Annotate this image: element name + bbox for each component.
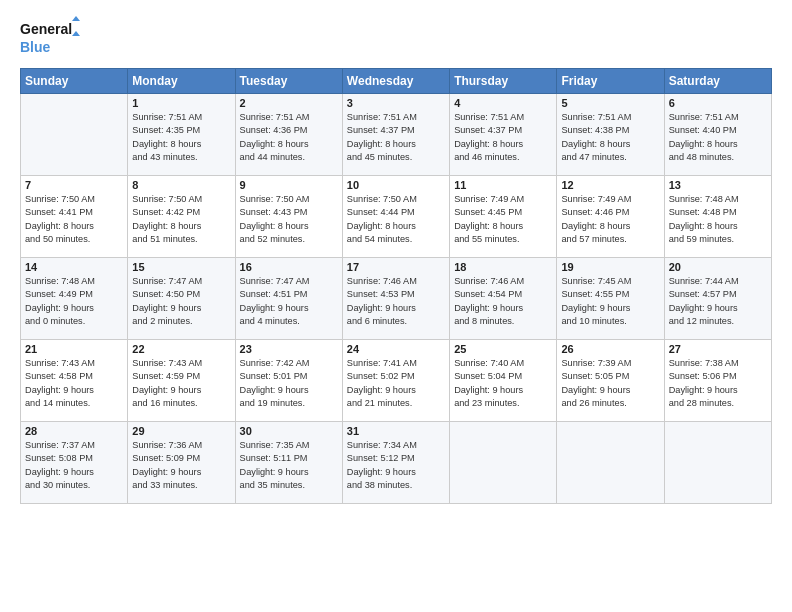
day-info: Sunrise: 7:51 AM Sunset: 4:36 PM Dayligh… [240,111,338,164]
day-number: 24 [347,343,445,355]
day-info: Sunrise: 7:45 AM Sunset: 4:55 PM Dayligh… [561,275,659,328]
calendar-cell: 6Sunrise: 7:51 AM Sunset: 4:40 PM Daylig… [664,94,771,176]
day-info: Sunrise: 7:50 AM Sunset: 4:41 PM Dayligh… [25,193,123,246]
weekday-header: Wednesday [342,69,449,94]
calendar-cell: 2Sunrise: 7:51 AM Sunset: 4:36 PM Daylig… [235,94,342,176]
day-info: Sunrise: 7:51 AM Sunset: 4:37 PM Dayligh… [454,111,552,164]
calendar-cell: 12Sunrise: 7:49 AM Sunset: 4:46 PM Dayli… [557,176,664,258]
day-number: 28 [25,425,123,437]
day-number: 18 [454,261,552,273]
day-info: Sunrise: 7:34 AM Sunset: 5:12 PM Dayligh… [347,439,445,492]
calendar-week-row: 28Sunrise: 7:37 AM Sunset: 5:08 PM Dayli… [21,422,772,504]
calendar-cell [664,422,771,504]
day-info: Sunrise: 7:49 AM Sunset: 4:45 PM Dayligh… [454,193,552,246]
calendar-cell [450,422,557,504]
calendar-cell: 7Sunrise: 7:50 AM Sunset: 4:41 PM Daylig… [21,176,128,258]
day-info: Sunrise: 7:43 AM Sunset: 4:58 PM Dayligh… [25,357,123,410]
day-info: Sunrise: 7:42 AM Sunset: 5:01 PM Dayligh… [240,357,338,410]
weekday-header: Saturday [664,69,771,94]
day-info: Sunrise: 7:51 AM Sunset: 4:37 PM Dayligh… [347,111,445,164]
svg-text:Blue: Blue [20,39,51,55]
day-info: Sunrise: 7:43 AM Sunset: 4:59 PM Dayligh… [132,357,230,410]
calendar-week-row: 1Sunrise: 7:51 AM Sunset: 4:35 PM Daylig… [21,94,772,176]
day-number: 5 [561,97,659,109]
day-info: Sunrise: 7:38 AM Sunset: 5:06 PM Dayligh… [669,357,767,410]
calendar-cell: 14Sunrise: 7:48 AM Sunset: 4:49 PM Dayli… [21,258,128,340]
day-info: Sunrise: 7:46 AM Sunset: 4:53 PM Dayligh… [347,275,445,328]
calendar-table: SundayMondayTuesdayWednesdayThursdayFrid… [20,68,772,504]
day-number: 10 [347,179,445,191]
calendar-cell: 10Sunrise: 7:50 AM Sunset: 4:44 PM Dayli… [342,176,449,258]
calendar-cell: 17Sunrise: 7:46 AM Sunset: 4:53 PM Dayli… [342,258,449,340]
day-info: Sunrise: 7:37 AM Sunset: 5:08 PM Dayligh… [25,439,123,492]
calendar-cell: 11Sunrise: 7:49 AM Sunset: 4:45 PM Dayli… [450,176,557,258]
weekday-header: Tuesday [235,69,342,94]
day-info: Sunrise: 7:47 AM Sunset: 4:51 PM Dayligh… [240,275,338,328]
calendar-cell: 27Sunrise: 7:38 AM Sunset: 5:06 PM Dayli… [664,340,771,422]
calendar-cell: 21Sunrise: 7:43 AM Sunset: 4:58 PM Dayli… [21,340,128,422]
day-info: Sunrise: 7:46 AM Sunset: 4:54 PM Dayligh… [454,275,552,328]
day-number: 25 [454,343,552,355]
calendar-cell [21,94,128,176]
day-info: Sunrise: 7:50 AM Sunset: 4:42 PM Dayligh… [132,193,230,246]
svg-marker-3 [72,31,80,36]
calendar-week-row: 7Sunrise: 7:50 AM Sunset: 4:41 PM Daylig… [21,176,772,258]
calendar-cell: 13Sunrise: 7:48 AM Sunset: 4:48 PM Dayli… [664,176,771,258]
day-info: Sunrise: 7:50 AM Sunset: 4:44 PM Dayligh… [347,193,445,246]
day-number: 27 [669,343,767,355]
day-number: 21 [25,343,123,355]
calendar-cell: 15Sunrise: 7:47 AM Sunset: 4:50 PM Dayli… [128,258,235,340]
weekday-header: Sunday [21,69,128,94]
day-info: Sunrise: 7:47 AM Sunset: 4:50 PM Dayligh… [132,275,230,328]
day-info: Sunrise: 7:48 AM Sunset: 4:49 PM Dayligh… [25,275,123,328]
logo-svg: General Blue [20,16,80,60]
day-number: 8 [132,179,230,191]
svg-text:General: General [20,21,72,37]
day-info: Sunrise: 7:41 AM Sunset: 5:02 PM Dayligh… [347,357,445,410]
calendar-cell: 20Sunrise: 7:44 AM Sunset: 4:57 PM Dayli… [664,258,771,340]
day-number: 17 [347,261,445,273]
day-number: 4 [454,97,552,109]
day-number: 29 [132,425,230,437]
calendar-week-row: 14Sunrise: 7:48 AM Sunset: 4:49 PM Dayli… [21,258,772,340]
day-info: Sunrise: 7:40 AM Sunset: 5:04 PM Dayligh… [454,357,552,410]
day-info: Sunrise: 7:51 AM Sunset: 4:38 PM Dayligh… [561,111,659,164]
day-number: 11 [454,179,552,191]
calendar-cell: 29Sunrise: 7:36 AM Sunset: 5:09 PM Dayli… [128,422,235,504]
day-number: 1 [132,97,230,109]
header-row: SundayMondayTuesdayWednesdayThursdayFrid… [21,69,772,94]
svg-marker-2 [72,16,80,21]
day-number: 31 [347,425,445,437]
calendar-cell: 25Sunrise: 7:40 AM Sunset: 5:04 PM Dayli… [450,340,557,422]
header: General Blue [20,16,772,60]
day-number: 30 [240,425,338,437]
day-info: Sunrise: 7:49 AM Sunset: 4:46 PM Dayligh… [561,193,659,246]
day-info: Sunrise: 7:48 AM Sunset: 4:48 PM Dayligh… [669,193,767,246]
day-info: Sunrise: 7:51 AM Sunset: 4:40 PM Dayligh… [669,111,767,164]
day-info: Sunrise: 7:44 AM Sunset: 4:57 PM Dayligh… [669,275,767,328]
day-number: 9 [240,179,338,191]
calendar-cell: 22Sunrise: 7:43 AM Sunset: 4:59 PM Dayli… [128,340,235,422]
calendar-cell: 16Sunrise: 7:47 AM Sunset: 4:51 PM Dayli… [235,258,342,340]
calendar-cell [557,422,664,504]
calendar-body: 1Sunrise: 7:51 AM Sunset: 4:35 PM Daylig… [21,94,772,504]
day-number: 6 [669,97,767,109]
day-number: 26 [561,343,659,355]
day-info: Sunrise: 7:39 AM Sunset: 5:05 PM Dayligh… [561,357,659,410]
calendar-cell: 28Sunrise: 7:37 AM Sunset: 5:08 PM Dayli… [21,422,128,504]
calendar-week-row: 21Sunrise: 7:43 AM Sunset: 4:58 PM Dayli… [21,340,772,422]
calendar-cell: 9Sunrise: 7:50 AM Sunset: 4:43 PM Daylig… [235,176,342,258]
calendar-cell: 19Sunrise: 7:45 AM Sunset: 4:55 PM Dayli… [557,258,664,340]
day-number: 13 [669,179,767,191]
day-info: Sunrise: 7:50 AM Sunset: 4:43 PM Dayligh… [240,193,338,246]
day-info: Sunrise: 7:35 AM Sunset: 5:11 PM Dayligh… [240,439,338,492]
day-number: 2 [240,97,338,109]
day-number: 23 [240,343,338,355]
day-number: 19 [561,261,659,273]
weekday-header: Friday [557,69,664,94]
calendar-cell: 18Sunrise: 7:46 AM Sunset: 4:54 PM Dayli… [450,258,557,340]
calendar-cell: 1Sunrise: 7:51 AM Sunset: 4:35 PM Daylig… [128,94,235,176]
day-number: 20 [669,261,767,273]
day-number: 12 [561,179,659,191]
calendar-cell: 4Sunrise: 7:51 AM Sunset: 4:37 PM Daylig… [450,94,557,176]
